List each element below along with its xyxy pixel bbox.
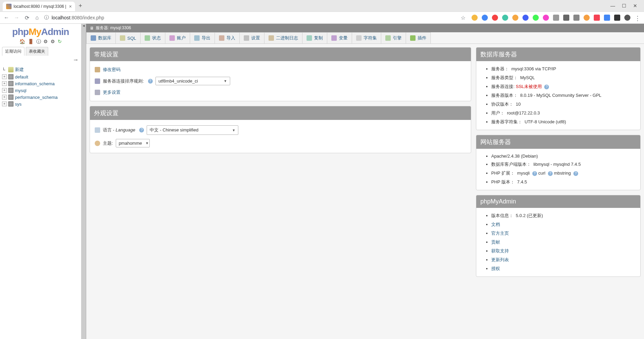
- tree-new-db[interactable]: └ 新建: [2, 66, 79, 73]
- nav-settings-icon[interactable]: ⚙: [51, 39, 55, 44]
- maximize-button[interactable]: ☐: [622, 3, 626, 8]
- sidebar-collapse-handle[interactable]: ◄: [81, 24, 86, 339]
- sidebar-tab-favorites[interactable]: 表收藏夹: [26, 47, 48, 56]
- tab-export[interactable]: 导出: [190, 32, 215, 43]
- sql-icon[interactable]: ⚙: [43, 39, 48, 44]
- tab-sql[interactable]: SQL: [115, 32, 141, 43]
- sidebar-filter[interactable]: ⊸: [0, 56, 81, 65]
- link-homepage[interactable]: 官方主页: [491, 231, 509, 236]
- ext-icon-3[interactable]: [492, 15, 498, 21]
- help-icon[interactable]: ?: [139, 128, 144, 132]
- bookmark-icon[interactable]: ☆: [461, 15, 465, 21]
- ext-icon-14[interactable]: [604, 15, 610, 21]
- help-icon[interactable]: ?: [548, 171, 553, 176]
- phpmyadmin-logo[interactable]: phpMyAdmin: [0, 24, 81, 38]
- panel-title: phpMyAdmin: [476, 195, 640, 208]
- tab-databases[interactable]: 数据库: [86, 32, 116, 43]
- back-button[interactable]: ←: [3, 15, 10, 21]
- sidebar-tab-recent[interactable]: 近期访问: [2, 47, 24, 56]
- panel-appearance-settings: 外观设置 语言 - Language ? 中文 - Chinese simpli…: [90, 106, 471, 153]
- panel-phpmyadmin: phpMyAdmin 版本信息： 5.0.2 (已更新) 文档 官方主页 贡献 …: [476, 195, 641, 277]
- help-icon[interactable]: ?: [148, 79, 153, 84]
- link-docs[interactable]: 文档: [491, 222, 500, 227]
- change-password-row: 修改密码: [95, 65, 466, 75]
- tree-db-sys[interactable]: + sys: [2, 101, 79, 107]
- new-db-label: 新建: [15, 67, 24, 73]
- expand-icon[interactable]: +: [2, 88, 7, 93]
- ext-icon-4[interactable]: [502, 15, 508, 21]
- tab-close-icon[interactable]: ×: [69, 4, 72, 9]
- window-controls: — ☐ ✕: [610, 3, 641, 8]
- sidebar-quick-icons: 🏠 🚪 ⓘ ⚙ ⚙ ↻: [0, 38, 81, 47]
- tree-db-mysql[interactable]: + mysql: [2, 87, 79, 94]
- ext-icon-9[interactable]: [553, 15, 559, 21]
- info-server-version: 服务器版本： 8.0.19 - MySQL Community Server -…: [491, 91, 636, 100]
- help-icon[interactable]: ?: [573, 171, 578, 176]
- ext-icon-15[interactable]: [614, 15, 620, 21]
- site-info-icon[interactable]: ⓘ: [44, 15, 49, 21]
- browser-menu-button[interactable]: ⋮: [634, 15, 641, 21]
- tab-users[interactable]: 账户: [165, 32, 190, 43]
- database-icon: [8, 101, 14, 107]
- change-password-link[interactable]: 修改密码: [103, 67, 121, 73]
- new-tab-button[interactable]: +: [78, 2, 82, 10]
- ext-icon-12[interactable]: [584, 15, 590, 21]
- minimize-button[interactable]: —: [610, 3, 615, 8]
- logout-icon[interactable]: 🚪: [28, 39, 34, 44]
- tab-charsets[interactable]: 字符集: [352, 32, 381, 43]
- expand-icon[interactable]: +: [2, 74, 7, 79]
- charset-icon: [356, 35, 362, 41]
- link-changelog[interactable]: 更新列表: [491, 257, 509, 262]
- tab-plugins[interactable]: 插件: [406, 32, 431, 43]
- forward-button[interactable]: →: [14, 15, 20, 21]
- ext-icon-11[interactable]: [573, 15, 579, 21]
- database-icon: [8, 74, 14, 79]
- link-contribute[interactable]: 贡献: [491, 239, 500, 245]
- ext-icon-2[interactable]: [482, 15, 488, 21]
- reload-nav-icon[interactable]: ↻: [58, 39, 62, 44]
- collation-select[interactable]: utf8mb4_unicode_ci ▼: [155, 77, 230, 85]
- home-button[interactable]: ⌂: [34, 15, 40, 21]
- ext-icon-5[interactable]: [512, 15, 518, 21]
- docs-icon[interactable]: ⓘ: [36, 39, 41, 44]
- tab-status[interactable]: 状态: [140, 32, 165, 43]
- tab-replication[interactable]: 复制: [302, 32, 327, 43]
- link-support[interactable]: 获取支持: [491, 248, 509, 253]
- ext-icon-6[interactable]: [522, 15, 529, 21]
- url-field[interactable]: ⓘ localhost:8080/index.php: [44, 15, 457, 21]
- panel-title: 外观设置: [90, 106, 471, 120]
- tree-connector-icon: └: [2, 67, 7, 72]
- more-settings-link[interactable]: 更多设置: [103, 89, 121, 95]
- close-button[interactable]: ✕: [633, 3, 637, 8]
- tab-import[interactable]: 导入: [215, 32, 240, 43]
- tab-variables[interactable]: 变量: [327, 32, 352, 43]
- tab-binlog[interactable]: 二进制日志: [264, 32, 302, 43]
- ext-icon-1[interactable]: [472, 15, 478, 21]
- server-breadcrumb[interactable]: 🖥 服务器: mysql:3306: [86, 24, 644, 32]
- ext-icon-13[interactable]: [594, 15, 600, 21]
- status-icon: [145, 35, 150, 41]
- home-icon[interactable]: 🏠: [19, 39, 25, 44]
- tree-db-performance-schema[interactable]: + performance_schema: [2, 94, 79, 101]
- help-icon[interactable]: ?: [532, 171, 537, 176]
- tab-engines[interactable]: 引擎: [381, 32, 406, 43]
- info-server-connection: 服务器连接: SSL未被使用 ?: [491, 82, 636, 91]
- help-icon[interactable]: ?: [544, 85, 549, 89]
- profile-avatar[interactable]: [624, 15, 630, 21]
- panel-title: 数据库服务器: [476, 48, 640, 61]
- browser-tab[interactable]: localhost:8080 / mysql:3306 | ×: [3, 2, 75, 11]
- expand-icon[interactable]: +: [2, 81, 7, 86]
- collation-row: 服务器连接排序规则: ? utf8mb4_unicode_ci ▼: [95, 75, 466, 87]
- theme-select[interactable]: pmahomme ▼: [116, 139, 150, 147]
- link-license[interactable]: 授权: [491, 266, 500, 271]
- tree-db-information-schema[interactable]: + information_schema: [2, 80, 79, 87]
- expand-icon[interactable]: +: [2, 102, 7, 106]
- ext-icon-8[interactable]: [543, 15, 549, 21]
- ext-icon-10[interactable]: [563, 15, 569, 21]
- ext-icon-7[interactable]: [533, 15, 539, 21]
- reload-button[interactable]: ⟳: [24, 15, 30, 21]
- language-select[interactable]: 中文 - Chinese simplified ▼: [147, 125, 238, 135]
- tab-settings[interactable]: 设置: [239, 32, 264, 43]
- tree-db-default[interactable]: + default: [2, 73, 79, 80]
- expand-icon[interactable]: +: [2, 95, 7, 100]
